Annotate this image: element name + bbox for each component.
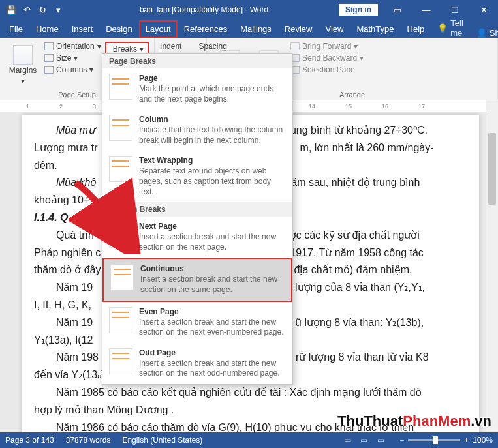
columns-icon [44, 66, 54, 74]
tab-layout[interactable]: Layout [139, 20, 178, 38]
redo-icon[interactable]: ↻ [37, 4, 48, 16]
zoom-control[interactable]: − + 100% [399, 436, 493, 445]
tab-file[interactable]: File [3, 20, 29, 38]
sign-in-button[interactable]: Sign in [339, 4, 378, 16]
bring-forward-button: Bring Forward ▾ [290, 42, 364, 51]
continuous-break-icon [110, 264, 134, 290]
print-layout-icon[interactable]: ▭ [357, 436, 371, 445]
page-break-icon [109, 74, 132, 100]
menu-item-text-wrapping[interactable]: Text WrappingSeparate text around object… [102, 151, 292, 202]
tab-help[interactable]: Help [401, 20, 431, 38]
vertical-scrollbar[interactable] [486, 100, 498, 432]
tab-home[interactable]: Home [29, 20, 65, 38]
size-button[interactable]: Size ▾ [44, 53, 101, 63]
zoom-out-icon[interactable]: − [399, 436, 404, 445]
orientation-icon [44, 42, 54, 50]
tab-design[interactable]: Design [99, 20, 138, 38]
menu-item-even-page[interactable]: Even PageInsert a section break and star… [102, 302, 292, 343]
columns-button[interactable]: Columns ▾ [44, 65, 101, 74]
odd-page-break-icon [109, 348, 132, 374]
web-layout-icon[interactable]: ▭ [373, 436, 388, 445]
close-icon[interactable]: ✕ [469, 0, 498, 20]
orientation-button[interactable]: Orientation ▾ [44, 42, 101, 51]
bulb-icon: 💡 [437, 23, 448, 33]
status-language[interactable]: English (United States) [122, 436, 202, 445]
text-wrapping-break-icon [109, 156, 132, 182]
breaks-dropdown: Page Breaks PageMark the point at which … [102, 53, 293, 385]
menu-item-odd-page[interactable]: Odd PageInsert a section break and start… [102, 343, 292, 384]
read-mode-icon[interactable]: ▭ [341, 436, 355, 445]
share-button[interactable]: 👤Share [470, 28, 498, 38]
indent-label: Indent [160, 42, 181, 51]
bring-forward-icon [290, 42, 300, 50]
dropdown-section-page-breaks: Page Breaks [102, 54, 292, 68]
view-buttons: ▭ ▭ ▭ [341, 436, 388, 445]
scrollbar-thumb[interactable] [488, 133, 496, 205]
tell-me-search[interactable]: 💡Tell me [431, 18, 470, 38]
title-bar: 💾 ↶ ↻ ▾ ban_lam [Compatibility Mode] - W… [0, 0, 498, 20]
menu-item-continuous[interactable]: ContinuousInsert a section break and sta… [102, 258, 292, 301]
status-words[interactable]: 37878 words [66, 436, 111, 445]
status-page[interactable]: Page 3 of 143 [5, 436, 54, 445]
menu-item-column[interactable]: ColumnIndicate that the text following t… [102, 110, 292, 151]
tab-mailings[interactable]: Mailings [234, 20, 278, 38]
save-icon[interactable]: 💾 [5, 4, 17, 16]
window-title: ban_lam [Compatibility Mode] - Word [69, 5, 339, 14]
menu-item-next-page[interactable]: Next PageInsert a section break and star… [102, 217, 292, 258]
tab-review[interactable]: Review [278, 20, 319, 38]
maximize-icon[interactable]: ☐ [441, 0, 469, 20]
qat-customize-icon[interactable]: ▾ [52, 4, 64, 16]
share-icon: 👤 [476, 28, 487, 38]
tab-view[interactable]: View [319, 20, 350, 38]
ribbon-display-icon[interactable]: ▭ [383, 0, 412, 20]
chevron-down-icon: ▾ [21, 76, 25, 85]
next-page-break-icon [109, 222, 132, 248]
zoom-in-icon[interactable]: + [464, 436, 469, 445]
zoom-level[interactable]: 100% [473, 436, 493, 445]
send-backward-button: Send Backward ▾ [290, 53, 364, 63]
dropdown-section-section-breaks: Section Breaks [102, 202, 292, 217]
even-page-break-icon [109, 307, 132, 333]
zoom-slider[interactable] [408, 439, 460, 441]
size-icon [44, 54, 54, 62]
tab-mathtype[interactable]: MathType [350, 20, 400, 38]
status-bar: Page 3 of 143 37878 words English (Unite… [0, 432, 498, 448]
tab-insert[interactable]: Insert [65, 20, 100, 38]
column-break-icon [109, 115, 132, 141]
tab-references[interactable]: References [178, 20, 234, 38]
margins-button[interactable]: Margins▾ [5, 40, 40, 89]
quick-access-toolbar: 💾 ↶ ↻ ▾ [0, 4, 69, 16]
selection-pane-button[interactable]: Selection Pane [290, 65, 364, 74]
ribbon-tabs: File Home Insert Design Layout Reference… [0, 20, 498, 38]
menu-item-page[interactable]: PageMark the point at which one page end… [102, 68, 292, 110]
margins-icon [13, 45, 33, 65]
watermark: ThuThuatPhanMem.vn [337, 413, 491, 430]
minimize-icon[interactable]: — [412, 0, 441, 20]
undo-icon[interactable]: ↶ [21, 4, 33, 16]
